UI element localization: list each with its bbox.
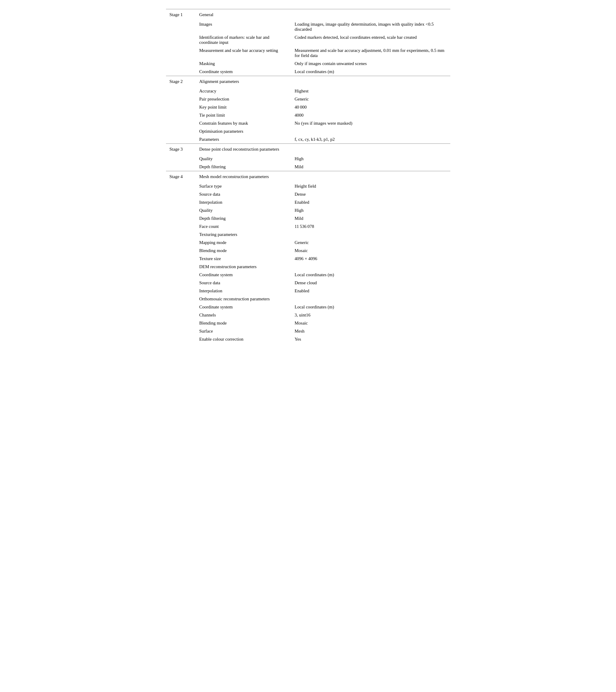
table-row: InterpolationEnabled (166, 198, 450, 206)
row-value: Only if images contain unwanted scenes (291, 60, 450, 68)
empty-stage-cell (166, 190, 196, 198)
row-value (291, 263, 450, 271)
empty-stage-cell (166, 111, 196, 119)
row-value: Local coordinates (m) (291, 303, 450, 311)
row-label: Masking (196, 60, 291, 68)
row-value: High (291, 155, 450, 163)
row-label: Texturing parameters (196, 231, 291, 238)
section-header-1: Stage 2Alignment parameters (166, 76, 450, 86)
table-row: Texture size4096 × 4096 (166, 255, 450, 263)
empty-stage-cell (166, 119, 196, 127)
row-label: Enable colour correction (196, 335, 291, 343)
table-row: QualityHigh (166, 206, 450, 214)
table-row: Depth filteringMild (166, 163, 450, 171)
empty-stage-cell (166, 87, 196, 95)
row-label: Quality (196, 206, 291, 214)
main-table: Stage 1GeneralImagesLoading images, imag… (166, 9, 450, 343)
row-label: Orthomosaic reconstruction parameters (196, 295, 291, 303)
row-label: Interpolation (196, 287, 291, 295)
row-value: 4096 × 4096 (291, 255, 450, 263)
row-label: Coordinate system (196, 68, 291, 76)
empty-stage-cell (166, 279, 196, 287)
table-row: MaskingOnly if images contain unwanted s… (166, 60, 450, 68)
row-value: Coded markers detected, local coordinate… (291, 34, 450, 46)
row-label: Depth filtering (196, 163, 291, 171)
table-row: AccuracyHighest (166, 87, 450, 95)
row-value: Measurement and scale bar accuracy adjus… (291, 46, 450, 60)
empty-stage-cell (166, 287, 196, 295)
row-value: Enabled (291, 198, 450, 206)
empty-stage-cell (166, 223, 196, 231)
stage-label: Stage 4 (166, 171, 196, 181)
row-label: Parameters (196, 135, 291, 144)
row-label: Blending mode (196, 319, 291, 327)
row-label: Key point limit (196, 103, 291, 111)
row-label: Depth filtering (196, 214, 291, 223)
row-value (291, 127, 450, 135)
table-row: Parametersf, cx, cy, k1-k3, p1, p2 (166, 135, 450, 144)
table-row: Measurement and scale bar accuracy setti… (166, 46, 450, 60)
stage-label: Stage 3 (166, 144, 196, 154)
row-label: Coordinate system (196, 271, 291, 279)
table-row: Pair preselectionGeneric (166, 95, 450, 103)
section-title: Mesh model reconstruction parameters (196, 171, 450, 181)
empty-stage-cell (166, 155, 196, 163)
row-value: Enabled (291, 287, 450, 295)
row-label: Blending mode (196, 247, 291, 255)
row-label: Pair preselection (196, 95, 291, 103)
empty-stage-cell (166, 127, 196, 135)
row-value: 4000 (291, 111, 450, 119)
empty-stage-cell (166, 182, 196, 190)
empty-stage-cell (166, 68, 196, 76)
empty-stage-cell (166, 303, 196, 311)
row-label: Mapping mode (196, 238, 291, 247)
empty-stage-cell (166, 238, 196, 247)
table-row: Optimisation parameters (166, 127, 450, 135)
row-label: Tie point limit (196, 111, 291, 119)
empty-stage-cell (166, 263, 196, 271)
row-value: Mild (291, 163, 450, 171)
empty-stage-cell (166, 163, 196, 171)
row-value (291, 295, 450, 303)
row-value: Generic (291, 95, 450, 103)
table-row: Source dataDense (166, 190, 450, 198)
stage-label: Stage 1 (166, 9, 196, 19)
table-row: SurfaceMesh (166, 327, 450, 335)
table-row: Coordinate systemLocal coordinates (m) (166, 303, 450, 311)
table-row: Identification of markers: scale bar and… (166, 34, 450, 46)
section-title: Alignment parameters (196, 76, 450, 86)
table-row: Channels3, uint16 (166, 311, 450, 319)
table-row: InterpolationEnabled (166, 287, 450, 295)
row-label: Source data (196, 190, 291, 198)
table-row: Orthomosaic reconstruction parameters (166, 295, 450, 303)
empty-stage-cell (166, 231, 196, 238)
stage-label: Stage 2 (166, 76, 196, 86)
table-row: Texturing parameters (166, 231, 450, 238)
row-label: Measurement and scale bar accuracy setti… (196, 46, 291, 60)
table-row: Mapping modeGeneric (166, 238, 450, 247)
empty-stage-cell (166, 34, 196, 46)
row-value: 3, uint16 (291, 311, 450, 319)
empty-stage-cell (166, 255, 196, 263)
row-label: Face count (196, 223, 291, 231)
section-title: General (196, 9, 450, 19)
row-value: Mosaic (291, 247, 450, 255)
empty-stage-cell (166, 271, 196, 279)
row-value: Mosaic (291, 319, 450, 327)
table-row: DEM reconstruction parameters (166, 263, 450, 271)
empty-stage-cell (166, 247, 196, 255)
row-value: Generic (291, 238, 450, 247)
row-value: Dense cloud (291, 279, 450, 287)
empty-stage-cell (166, 46, 196, 60)
row-label: Images (196, 20, 291, 34)
section-header-0: Stage 1General (166, 9, 450, 19)
empty-stage-cell (166, 214, 196, 223)
row-value: Yes (291, 335, 450, 343)
table-row: Blending modeMosaic (166, 247, 450, 255)
table-row: Blending modeMosaic (166, 319, 450, 327)
row-value: 40 000 (291, 103, 450, 111)
empty-stage-cell (166, 60, 196, 68)
row-value: Height field (291, 182, 450, 190)
empty-stage-cell (166, 295, 196, 303)
section-header-2: Stage 3Dense point cloud reconstruction … (166, 144, 450, 154)
